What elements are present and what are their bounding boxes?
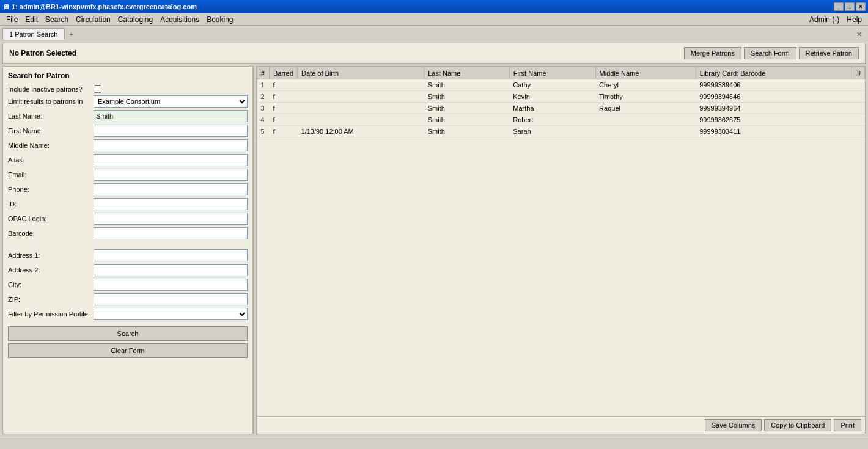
cell-num: 3 (257, 103, 270, 114)
save-columns-button[interactable]: Save Columns (705, 419, 762, 431)
col-header-num[interactable]: # (257, 67, 270, 79)
middle-name-input[interactable] (94, 139, 248, 151)
admin-menu[interactable]: Admin (-) (806, 15, 843, 24)
email-label: Email: (8, 171, 94, 178)
copy-clipboard-button[interactable]: Copy to Clipboard (764, 419, 831, 431)
first-name-input[interactable] (94, 125, 248, 137)
cell-lastname: Smith (424, 91, 510, 103)
body-split: Search for Patron Include inactive patro… (2, 66, 866, 434)
menu-search[interactable]: Search (42, 15, 72, 24)
cell-num: 2 (257, 91, 270, 103)
filter-permission-select[interactable] (94, 308, 248, 320)
search-form-button[interactable]: Search Form (744, 47, 796, 59)
cell-middlename (595, 126, 696, 137)
cell-barred: f (270, 79, 298, 91)
include-inactive-row: Include inactive patrons? (8, 85, 248, 93)
col-header-firstname[interactable]: First Name (509, 67, 595, 79)
cell-num: 1 (257, 79, 270, 91)
minimize-button[interactable]: _ (834, 2, 844, 11)
include-inactive-checkbox[interactable] (94, 85, 101, 93)
cell-barred: f (270, 114, 298, 126)
address2-input[interactable] (94, 264, 248, 276)
cell-dob (298, 114, 424, 126)
table-row[interactable]: 4 f Smith Robert 99999362675 (257, 114, 865, 126)
tab-patron-search[interactable]: 1 Patron Search (2, 28, 65, 40)
cell-dob (298, 91, 424, 103)
col-header-lastname[interactable]: Last Name (424, 67, 510, 79)
cell-firstname: Cathy (509, 79, 595, 91)
cell-lastname: Smith (424, 114, 510, 126)
help-menu[interactable]: Help (843, 15, 866, 24)
results-bottom-bar: Save Columns Copy to Clipboard Print (257, 416, 865, 434)
menu-edit[interactable]: Edit (21, 15, 42, 24)
clear-form-button[interactable]: Clear Form (8, 343, 248, 358)
email-input[interactable] (94, 169, 248, 181)
print-button[interactable]: Print (834, 419, 861, 431)
col-header-barcode[interactable]: Library Card: Barcode (696, 67, 851, 79)
alias-input[interactable] (94, 154, 248, 166)
opac-login-label: OPAC Login: (8, 215, 94, 222)
table-row[interactable]: 3 f Smith Martha Raquel 99999394964 (257, 103, 865, 114)
main-content: No Patron Selected Merge Patrons Search … (0, 40, 868, 437)
phone-label: Phone: (8, 186, 94, 193)
menu-circulation[interactable]: Circulation (72, 15, 114, 24)
filter-permission-row: Filter by Permission Profile: (8, 308, 248, 320)
close-tab-button[interactable]: ✕ (853, 29, 866, 40)
maximize-button[interactable]: □ (845, 2, 855, 11)
limit-results-select[interactable]: Example Consortium (94, 95, 248, 108)
middle-name-label: Middle Name: (8, 142, 94, 149)
filter-permission-label: Filter by Permission Profile: (8, 310, 94, 318)
phone-input[interactable] (94, 183, 248, 195)
menu-booking[interactable]: Booking (203, 15, 237, 24)
address1-label: Address 1: (8, 252, 94, 259)
search-button[interactable]: Search (8, 326, 248, 341)
add-tab-button[interactable]: + (66, 29, 77, 40)
address2-label: Address 2: (8, 266, 94, 274)
results-tbody: 1 f Smith Cathy Cheryl 99999389406 2 f S… (257, 79, 865, 137)
table-row[interactable]: 5 f 1/13/90 12:00 AM Smith Sarah 9999930… (257, 126, 865, 137)
cell-empty (851, 91, 865, 103)
barcode-row: Barcode: (8, 227, 248, 239)
address1-input[interactable] (94, 249, 248, 261)
col-header-expand[interactable]: ⊞ (851, 67, 865, 79)
address2-row: Address 2: (8, 264, 248, 276)
cell-middlename (595, 114, 696, 126)
id-input[interactable] (94, 198, 248, 210)
alias-row: Alias: (8, 154, 248, 166)
tab-bar: 1 Patron Search + ✕ (0, 26, 868, 40)
col-header-dob[interactable]: Date of Birth (298, 67, 424, 79)
include-inactive-label: Include inactive patrons? (8, 86, 94, 93)
id-label: ID: (8, 200, 94, 208)
search-buttons: Search Clear Form (8, 326, 248, 358)
cell-barred: f (270, 126, 298, 137)
barcode-input[interactable] (94, 227, 248, 239)
city-label: City: (8, 281, 94, 288)
cell-firstname: Sarah (509, 126, 595, 137)
last-name-input[interactable] (94, 110, 248, 122)
menu-cataloging[interactable]: Cataloging (114, 15, 156, 24)
cell-firstname: Kevin (509, 91, 595, 103)
table-row[interactable]: 1 f Smith Cathy Cheryl 99999389406 (257, 79, 865, 91)
col-header-barred[interactable]: Barred (270, 67, 298, 79)
close-window-button[interactable]: ✕ (856, 2, 866, 11)
cell-empty (851, 79, 865, 91)
cell-firstname: Robert (509, 114, 595, 126)
city-input[interactable] (94, 279, 248, 291)
cell-middlename: Cheryl (595, 79, 696, 91)
cell-barcode: 99999362675 (696, 114, 851, 126)
table-row[interactable]: 2 f Smith Kevin Timothy 99999394646 (257, 91, 865, 103)
cell-barcode: 99999394646 (696, 91, 851, 103)
col-header-middlename[interactable]: Middle Name (595, 67, 696, 79)
title-bar-controls[interactable]: _ □ ✕ (834, 2, 866, 11)
merge-patrons-button[interactable]: Merge Patrons (684, 47, 741, 59)
cell-empty (851, 103, 865, 114)
bottom-bar (0, 437, 868, 449)
cell-middlename: Raquel (595, 103, 696, 114)
menu-acquisitions[interactable]: Acquisitions (156, 15, 203, 24)
opac-login-input[interactable] (94, 213, 248, 225)
cell-barred: f (270, 91, 298, 103)
menu-file[interactable]: File (2, 15, 21, 24)
retrieve-patron-button[interactable]: Retrieve Patron (799, 47, 859, 59)
zip-input[interactable] (94, 293, 248, 305)
cell-barcode: 99999389406 (696, 79, 851, 91)
